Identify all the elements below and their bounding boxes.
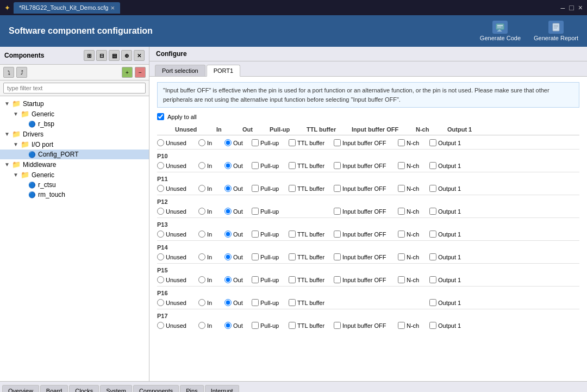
- output1-label-8[interactable]: Output 1: [429, 322, 462, 329]
- output1-label-0[interactable]: Output 1: [429, 139, 462, 146]
- add-button[interactable]: +: [122, 67, 133, 78]
- nch-label-1[interactable]: N-ch: [398, 162, 425, 169]
- ttl-buffer-checkbox-0[interactable]: [289, 139, 296, 146]
- title-bar-tab[interactable]: *RL78G22_Touch_Kit_Demo.scfg ×: [14, 2, 120, 14]
- out-label-6[interactable]: Out: [224, 276, 247, 283]
- input-buffer-off-label-2[interactable]: Input buffer OFF: [334, 185, 394, 192]
- generate-code-button[interactable]: Generate Code: [480, 21, 521, 41]
- sidebar-item-rm-touch[interactable]: 🔵 rm_touch: [0, 190, 149, 200]
- nch-label-5[interactable]: N-ch: [398, 253, 425, 260]
- in-radio-1[interactable]: [198, 162, 205, 169]
- output1-checkbox-6[interactable]: [429, 276, 436, 283]
- unused-label-2[interactable]: Unused: [157, 185, 194, 192]
- pullup-label-6[interactable]: Pull-up: [252, 276, 284, 283]
- pullup-checkbox-4[interactable]: [252, 231, 259, 238]
- sidebar-tool-btn-4[interactable]: ⊕: [121, 50, 132, 61]
- bottom-tab-overview[interactable]: Overview: [2, 385, 39, 392]
- pullup-label-4[interactable]: Pull-up: [252, 231, 284, 238]
- pullup-checkbox-1[interactable]: [252, 162, 259, 169]
- out-radio-8[interactable]: [224, 322, 232, 329]
- pullup-checkbox-6[interactable]: [252, 276, 259, 283]
- nch-label-2[interactable]: N-ch: [398, 185, 425, 192]
- apply-to-all-checkbox[interactable]: [157, 113, 164, 120]
- in-label-4[interactable]: In: [198, 231, 220, 238]
- ttl-buffer-label-1[interactable]: TTL buffer: [289, 162, 329, 169]
- out-label-2[interactable]: Out: [224, 185, 247, 192]
- pullup-checkbox-0[interactable]: [252, 139, 259, 146]
- expand-all-button[interactable]: ⤵: [3, 67, 14, 78]
- unused-radio-6[interactable]: [157, 276, 164, 283]
- ttl-buffer-checkbox-4[interactable]: [289, 231, 296, 238]
- tab-port-selection[interactable]: Port selection: [155, 65, 205, 76]
- nch-label-4[interactable]: N-ch: [398, 231, 425, 238]
- unused-label-7[interactable]: Unused: [157, 299, 194, 306]
- nch-label-6[interactable]: N-ch: [398, 276, 425, 283]
- pullup-label-1[interactable]: Pull-up: [252, 162, 284, 169]
- in-label-1[interactable]: In: [198, 162, 220, 169]
- nch-checkbox-1[interactable]: [398, 162, 405, 169]
- input-buffer-off-label-5[interactable]: Input buffer OFF: [334, 253, 394, 260]
- out-radio-0[interactable]: [224, 139, 232, 146]
- ttl-buffer-checkbox-1[interactable]: [289, 162, 296, 169]
- bottom-tab-board[interactable]: Board: [40, 385, 68, 392]
- tab-port1[interactable]: PORT1: [207, 65, 240, 77]
- ttl-buffer-label-2[interactable]: TTL buffer: [289, 185, 329, 192]
- out-label-4[interactable]: Out: [224, 231, 247, 238]
- unused-radio-4[interactable]: [157, 231, 164, 238]
- out-radio-7[interactable]: [224, 299, 232, 306]
- out-radio-3[interactable]: [224, 208, 232, 215]
- output1-label-5[interactable]: Output 1: [429, 253, 462, 260]
- bottom-tab-clocks[interactable]: Clocks: [69, 385, 99, 392]
- ttl-buffer-label-7[interactable]: TTL buffer: [289, 299, 329, 306]
- input-buffer-off-checkbox-6[interactable]: [334, 276, 341, 283]
- output1-checkbox-1[interactable]: [429, 162, 436, 169]
- unused-label-8[interactable]: Unused: [157, 322, 194, 329]
- tab-close-icon[interactable]: ×: [110, 4, 115, 12]
- sidebar-tool-btn-1[interactable]: ⊞: [84, 50, 95, 61]
- unused-radio-0[interactable]: [157, 139, 164, 146]
- sidebar-item-io-port[interactable]: ▼ 📁 I/O port: [0, 139, 149, 150]
- out-radio-2[interactable]: [224, 185, 232, 192]
- out-radio-6[interactable]: [224, 276, 232, 283]
- output1-label-3[interactable]: Output 1: [429, 208, 462, 215]
- ttl-buffer-label-0[interactable]: TTL buffer: [289, 139, 329, 146]
- sidebar-item-drivers[interactable]: ▼ 📁 Drivers: [0, 129, 149, 139]
- nch-label-3[interactable]: N-ch: [398, 208, 425, 215]
- output1-label-4[interactable]: Output 1: [429, 231, 462, 238]
- ttl-buffer-checkbox-5[interactable]: [289, 253, 296, 260]
- pullup-checkbox-7[interactable]: [252, 299, 259, 306]
- unused-radio-3[interactable]: [157, 208, 164, 215]
- in-label-6[interactable]: In: [198, 276, 220, 283]
- pullup-checkbox-8[interactable]: [252, 322, 259, 329]
- nch-checkbox-8[interactable]: [398, 322, 405, 329]
- pullup-label-7[interactable]: Pull-up: [252, 299, 284, 306]
- bottom-tab-pins[interactable]: Pins: [180, 385, 203, 392]
- output1-checkbox-3[interactable]: [429, 208, 436, 215]
- input-buffer-off-checkbox-8[interactable]: [334, 322, 341, 329]
- nch-checkbox-0[interactable]: [398, 139, 405, 146]
- input-buffer-off-label-1[interactable]: Input buffer OFF: [334, 162, 394, 169]
- unused-radio-5[interactable]: [157, 253, 164, 260]
- sidebar-item-middleware[interactable]: ▼ 📁 Middleware: [0, 159, 149, 170]
- unused-label-4[interactable]: Unused: [157, 231, 194, 238]
- unused-label-5[interactable]: Unused: [157, 253, 194, 260]
- input-buffer-off-checkbox-5[interactable]: [334, 253, 341, 260]
- pullup-label-2[interactable]: Pull-up: [252, 185, 284, 192]
- sidebar-item-config-port[interactable]: 🔵 Config_PORT: [0, 150, 149, 159]
- in-label-5[interactable]: In: [198, 253, 220, 260]
- nch-label-0[interactable]: N-ch: [398, 139, 425, 146]
- out-label-0[interactable]: Out: [224, 139, 247, 146]
- pullup-label-5[interactable]: Pull-up: [252, 253, 284, 260]
- output1-label-2[interactable]: Output 1: [429, 185, 462, 192]
- sidebar-tool-btn-5[interactable]: ✕: [134, 50, 145, 61]
- nch-checkbox-2[interactable]: [398, 185, 405, 192]
- output1-label-1[interactable]: Output 1: [429, 162, 462, 169]
- out-label-1[interactable]: Out: [224, 162, 247, 169]
- bottom-tab-components[interactable]: Components: [133, 385, 179, 392]
- collapse-all-button[interactable]: ⤴: [16, 67, 27, 78]
- sidebar-tool-btn-3[interactable]: ▤: [109, 50, 120, 61]
- pullup-checkbox-2[interactable]: [252, 185, 259, 192]
- unused-radio-2[interactable]: [157, 185, 164, 192]
- in-radio-6[interactable]: [198, 276, 205, 283]
- in-radio-0[interactable]: [198, 139, 205, 146]
